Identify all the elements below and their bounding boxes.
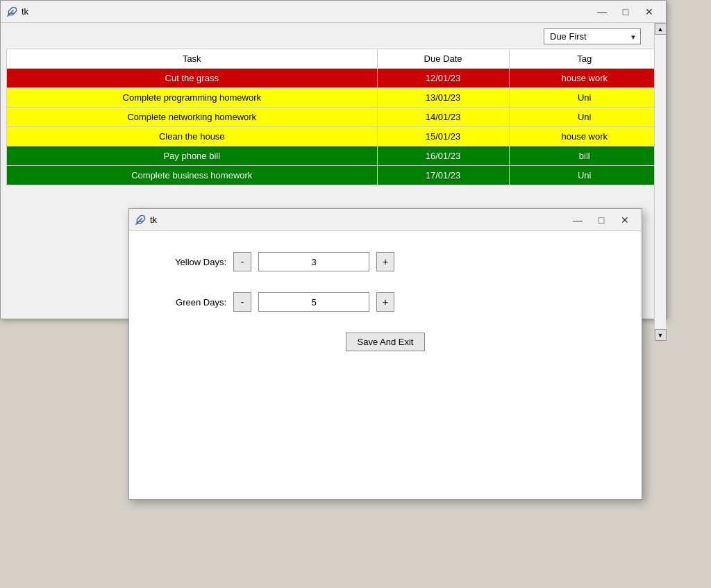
dialog-app-icon [135, 215, 146, 226]
col-header-task: Task [7, 49, 378, 69]
table-row: Pay phone bill16/01/23bill [7, 146, 660, 166]
cell-tag: Uni [509, 88, 660, 108]
cell-tag: bill [509, 146, 660, 166]
yellow-days-minus-button[interactable]: - [233, 252, 251, 271]
cell-tag: house work [509, 127, 660, 146]
cell-duedate: 12/01/23 [377, 69, 509, 88]
yellow-days-label: Yellow Days: [157, 257, 226, 267]
cell-tag: Uni [509, 166, 660, 185]
title-bar-left: tk [6, 6, 28, 17]
green-days-minus-button[interactable]: - [233, 292, 251, 312]
sort-dropdown[interactable]: Due First Due Last Tag A-Z Tag Z-A [544, 28, 641, 44]
scroll-up-button[interactable]: ▲ [655, 23, 667, 35]
dialog-title-left: tk [135, 215, 157, 226]
main-title-bar: tk — □ ✕ [1, 1, 666, 23]
table-row: Complete business homework17/01/23Uni [7, 166, 660, 185]
main-maximize-button[interactable]: □ [614, 3, 637, 20]
table-row: Complete networking homework14/01/23Uni [7, 108, 660, 127]
cell-task: Complete networking homework [7, 108, 378, 127]
dialog-window: tk — □ ✕ Yellow Days: - + Green Days: - … [128, 208, 642, 500]
table-header-row: Task Due Date Tag [7, 49, 660, 69]
main-window-controls: — □ ✕ [591, 3, 660, 20]
table-row: Complete programming homework13/01/23Uni [7, 88, 660, 108]
cell-duedate: 15/01/23 [377, 127, 509, 146]
table-row: Clean the house15/01/23house work [7, 127, 660, 146]
dialog-maximize-button[interactable]: □ [590, 212, 612, 228]
sort-dropdown-wrapper: Due First Due Last Tag A-Z Tag Z-A ▼ [544, 28, 641, 44]
col-header-tag: Tag [509, 49, 660, 69]
cell-duedate: 13/01/23 [377, 88, 509, 108]
dialog-window-controls: — □ ✕ [567, 212, 636, 228]
yellow-days-row: Yellow Days: - + [157, 252, 614, 271]
cell-task: Pay phone bill [7, 146, 378, 166]
main-minimize-button[interactable]: — [591, 3, 613, 20]
cell-tag: Uni [509, 108, 660, 127]
cell-tag: house work [509, 69, 660, 88]
dialog-close-button[interactable]: ✕ [614, 212, 636, 228]
scroll-down-button[interactable]: ▼ [655, 329, 667, 341]
yellow-days-input[interactable] [258, 252, 369, 271]
cell-duedate: 14/01/23 [377, 108, 509, 127]
green-days-row: Green Days: - + [157, 292, 614, 312]
save-and-exit-button[interactable]: Save And Exit [346, 333, 426, 351]
dialog-window-title: tk [150, 215, 157, 225]
app-icon [6, 6, 17, 17]
cell-task: Complete business homework [7, 166, 378, 185]
yellow-days-plus-button[interactable]: + [376, 252, 394, 271]
table-row: Cut the grass12/01/23house work [7, 69, 660, 88]
main-close-button[interactable]: ✕ [638, 3, 660, 20]
green-days-label: Green Days: [157, 297, 226, 308]
main-window-title: tk [22, 6, 28, 17]
main-content: Due First Due Last Tag A-Z Tag Z-A ▼ Tas… [1, 23, 666, 191]
dialog-content: Yellow Days: - + Green Days: - + Save An… [129, 231, 642, 372]
dialog-title-bar: tk — □ ✕ [129, 209, 642, 231]
col-header-duedate: Due Date [377, 49, 509, 69]
green-days-plus-button[interactable]: + [376, 292, 394, 312]
green-days-input[interactable] [258, 292, 369, 312]
main-scrollbar: ▲ ▼ [654, 23, 666, 341]
cell-duedate: 17/01/23 [377, 166, 509, 185]
dropdown-row: Due First Due Last Tag A-Z Tag Z-A ▼ [6, 28, 660, 44]
task-table: Task Due Date Tag Cut the grass12/01/23h… [6, 49, 660, 185]
cell-duedate: 16/01/23 [377, 146, 509, 166]
cell-task: Complete programming homework [7, 88, 378, 108]
dialog-minimize-button[interactable]: — [567, 212, 589, 228]
cell-task: Cut the grass [7, 69, 378, 88]
cell-task: Clean the house [7, 127, 378, 146]
